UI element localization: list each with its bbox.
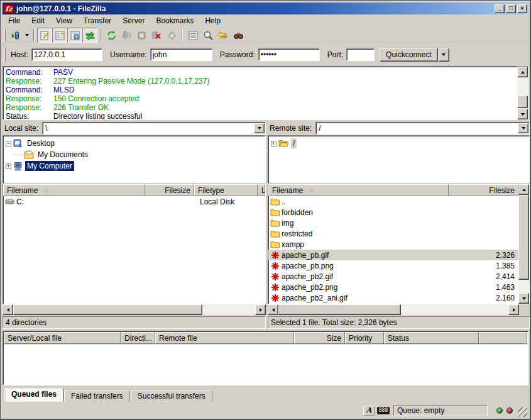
remote-site-combo[interactable]: / [315, 122, 530, 135]
menu-edit[interactable]: Edit [26, 15, 50, 26]
menu-help[interactable]: Help [199, 15, 226, 26]
tree-item-label[interactable]: Desktop [25, 138, 57, 148]
maximize-button[interactable]: □ [506, 4, 516, 13]
tree-item-desktop[interactable]: − Desktop [6, 138, 265, 149]
transfer-queue[interactable]: Server/Local file Directi... Remote file… [3, 331, 528, 385]
tree-item-label[interactable]: My Documents [36, 150, 90, 160]
scroll-up-button[interactable] [518, 184, 529, 195]
red-indicator-icon [506, 407, 513, 414]
column-header-filename[interactable]: Filename [268, 184, 449, 196]
password-input[interactable] [258, 48, 320, 61]
title-bar[interactable]: fz john@127.0.0.1 - FileZilla _ □ × [3, 3, 528, 14]
directory-comparison-button[interactable] [200, 28, 216, 43]
collapse-icon[interactable]: − [6, 141, 11, 146]
remote-vertical-scrollbar[interactable] [518, 184, 529, 304]
refresh-button[interactable] [104, 28, 119, 43]
log-scrollbar[interactable] [517, 67, 528, 119]
local-horizontal-scrollbar[interactable] [3, 304, 266, 315]
filezilla-window: fz john@127.0.0.1 - FileZilla _ □ × File… [0, 0, 531, 420]
tab-successful-transfers[interactable]: Successful transfers [131, 390, 212, 402]
column-header-priority[interactable]: Priority [345, 332, 384, 344]
speed-limits-icon[interactable]: 888 [377, 407, 390, 414]
process-queue-button[interactable] [119, 28, 134, 43]
close-button[interactable]: × [517, 4, 527, 13]
remote-file-list[interactable]: Filename Filesize .. forbidden img restr… [268, 184, 530, 304]
host-input[interactable] [31, 48, 102, 61]
local-file-list[interactable]: Filename Filesize Filetype L C: Local Di… [3, 184, 266, 304]
tree-item-my-computer[interactable]: + My Computer [6, 160, 265, 172]
column-header-filesize[interactable]: Filesize [449, 184, 518, 196]
folder-row[interactable]: img [268, 218, 518, 228]
scroll-thumb[interactable] [518, 195, 529, 280]
combo-dropdown-button[interactable] [518, 123, 528, 133]
site-manager-dropdown[interactable] [23, 28, 31, 43]
scroll-down-button[interactable] [518, 293, 529, 304]
scroll-thumb[interactable] [517, 96, 528, 108]
menu-server[interactable]: Server [117, 15, 150, 26]
disconnect-button[interactable] [149, 28, 164, 43]
column-header-size[interactable]: Size [294, 332, 345, 344]
find-files-button[interactable] [231, 28, 246, 43]
tree-item-my-documents[interactable]: My Documents [6, 149, 265, 160]
scroll-up-button[interactable] [517, 67, 528, 77]
local-tree[interactable]: − Desktop My Documents + My Computer [3, 135, 266, 184]
quickconnect-dropdown[interactable] [439, 48, 449, 62]
column-header-remote-file[interactable]: Remote file [155, 332, 294, 344]
tree-item-label[interactable]: / [291, 138, 297, 148]
file-row-c-drive[interactable]: C: Local Disk [3, 196, 265, 207]
folder-row[interactable]: restricted [268, 228, 518, 239]
resize-grip[interactable] [518, 407, 527, 417]
column-header-last-modified[interactable]: L [258, 184, 265, 196]
site-manager-button[interactable] [8, 28, 23, 43]
synchronized-browsing-button[interactable] [216, 28, 231, 43]
scroll-thumb[interactable] [278, 304, 401, 315]
column-header-server-local-file[interactable]: Server/Local file [4, 332, 121, 344]
folder-row[interactable]: .. [268, 196, 518, 207]
minimize-button[interactable]: _ [495, 4, 505, 13]
username-input[interactable] [150, 48, 212, 61]
tree-item-root[interactable]: + / [271, 138, 529, 149]
toggle-local-tree-button[interactable] [52, 28, 67, 43]
scroll-down-button[interactable] [517, 109, 528, 119]
filter-button[interactable] [185, 28, 200, 43]
folder-row[interactable]: forbidden [268, 207, 518, 218]
tree-item-label[interactable]: My Computer [25, 161, 74, 171]
scroll-left-button[interactable] [3, 304, 13, 315]
port-input[interactable] [346, 48, 375, 61]
file-row[interactable]: apache_pb.png 1,385 [268, 260, 518, 271]
local-site-combo[interactable]: \ [42, 122, 266, 135]
file-row-selected[interactable]: apache_pb.gif 2,326 [268, 250, 518, 260]
toggle-transfer-queue-button[interactable] [82, 28, 97, 43]
menu-view[interactable]: View [50, 15, 78, 26]
column-header-status[interactable]: Status [384, 332, 479, 344]
scroll-right-button[interactable] [508, 304, 519, 315]
file-row[interactable]: apache_pb2.gif 2,414 [268, 271, 518, 282]
menu-bookmarks[interactable]: Bookmarks [150, 15, 199, 26]
scroll-right-button[interactable] [255, 304, 266, 315]
column-header-filesize[interactable]: Filesize [145, 184, 194, 196]
menu-file[interactable]: File [3, 15, 26, 26]
remote-tree[interactable]: + / [268, 135, 530, 184]
message-log[interactable]: Command:PASV Response:227 Entering Passi… [3, 66, 528, 120]
file-row[interactable]: apache_pb2.png 1,463 [268, 282, 518, 292]
folder-row[interactable]: xampp [268, 239, 518, 250]
column-header-filename[interactable]: Filename [3, 184, 145, 196]
cancel-current-operation-button[interactable] [134, 28, 149, 43]
toggle-remote-tree-button[interactable] [67, 28, 82, 43]
column-header-filetype[interactable]: Filetype [194, 184, 258, 196]
file-row[interactable]: apache_pb2_ani.gif 2,160 [268, 292, 518, 303]
combo-dropdown-button[interactable] [254, 123, 265, 133]
menu-transfer[interactable]: Transfer [78, 15, 117, 26]
toggle-message-log-button[interactable] [37, 28, 52, 43]
expand-icon[interactable]: + [271, 141, 276, 146]
tab-queued-files[interactable]: Queued files [4, 388, 63, 402]
transfer-type-icon[interactable]: A [363, 406, 375, 416]
scroll-thumb[interactable] [13, 304, 202, 315]
scroll-left-button[interactable] [268, 304, 278, 315]
column-header-direction[interactable]: Directi... [121, 332, 155, 344]
quickconnect-button[interactable]: Quickconnect [380, 48, 438, 62]
expand-icon[interactable]: + [6, 163, 11, 169]
remote-horizontal-scrollbar[interactable] [268, 304, 519, 315]
tab-failed-transfers[interactable]: Failed transfers [64, 390, 130, 402]
abort-transfer-button[interactable] [164, 28, 179, 43]
